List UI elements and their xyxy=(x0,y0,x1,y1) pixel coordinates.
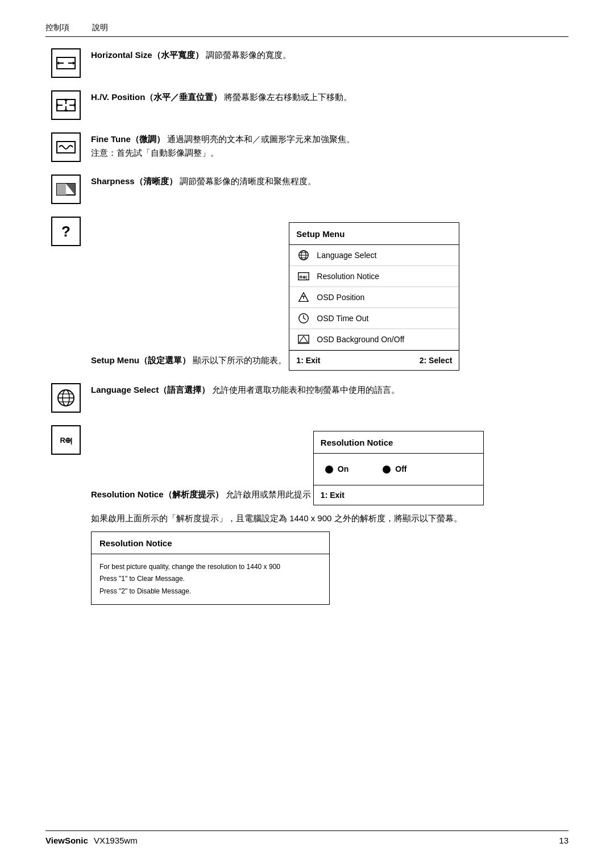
setup-menu-item-osd-time: OSD Time Out xyxy=(289,308,459,329)
entry-fine-tune: Fine Tune（微調） 通過調整明亮的文本和／或圖形字元來加強聚焦。 注意：… xyxy=(51,132,563,162)
footer-page: 13 xyxy=(559,836,569,845)
bullet-off xyxy=(383,466,391,474)
svg-rect-16 xyxy=(57,184,66,195)
resolution-notice2-line1: For best picture quality, change the res… xyxy=(99,561,321,574)
resolution-notice2-title: Resolution Notice xyxy=(92,532,329,554)
svg-text:R⊕|: R⊕| xyxy=(300,275,307,280)
header-col1: 控制項 xyxy=(45,23,69,33)
resolution-para: 如果啟用上面所示的「解析度提示」，且電腦設定為 1440 x 900 之外的解析… xyxy=(91,511,563,526)
entry-text-fine-tune: Fine Tune（微調） 通過調整明亮的文本和／或圖形字元來加強聚焦。 注意：… xyxy=(91,132,563,160)
entry-hv-position: H./V. Position（水平／垂直位置） 將螢幕影像左右移動或上下移動。 xyxy=(51,90,563,120)
setup-menu-box: Setup Menu Language Select xyxy=(289,222,459,371)
setup-menu-label-resolution: Resolution Notice xyxy=(317,270,379,283)
setup-menu-item-language: Language Select xyxy=(289,245,459,266)
setup-menu-item-osd-pos: OSD Position xyxy=(289,287,459,308)
svg-marker-32 xyxy=(300,337,308,343)
osd-pos-icon-small xyxy=(296,290,311,305)
svg-marker-17 xyxy=(66,184,75,195)
resolution-notice2-box: Resolution Notice For best picture quali… xyxy=(91,531,330,605)
setup-menu-footer: 1: Exit 2: Select xyxy=(289,350,459,370)
label-on: On xyxy=(338,463,349,475)
resolution-icon-small: R⊕| xyxy=(296,269,311,284)
entry-sharpness: Sharpness（清晰度） 調節螢幕影像的清晰度和聚焦程度。 xyxy=(51,175,563,204)
page-footer: ViewSonic VX1935wm 13 xyxy=(45,830,569,845)
setup-menu-exit: 1: Exit xyxy=(296,354,320,367)
h-size-icon xyxy=(56,53,76,73)
resolution-notice-box: Resolution Notice On Off 1: Exit xyxy=(313,431,484,505)
setup-menu-label-osd-time: OSD Time Out xyxy=(317,312,368,325)
icon-sharpness xyxy=(51,175,81,204)
setup-menu-label-osd-pos: OSD Position xyxy=(317,291,364,304)
entry-text-language-select: Language Select（語言選擇） 允許使用者選取功能表和控制螢幕中使用… xyxy=(91,383,563,397)
icon-language-select xyxy=(51,383,81,413)
entry-title: Setup Menu（設定選單） xyxy=(91,355,190,365)
entry-title: Sharpness（清晰度） xyxy=(91,176,177,186)
entry-title: Fine Tune（微調） xyxy=(91,134,165,144)
entry-title-resolution: Resolution Notice（解析度提示） xyxy=(91,490,223,500)
setup-menu-title: Setup Menu xyxy=(289,223,459,245)
resolution-notice2-line3: Press "2" to Disable Message. xyxy=(99,585,321,598)
table-header: 控制項 說明 xyxy=(45,23,569,37)
setup-menu-label-language: Language Select xyxy=(317,249,376,261)
fine-tune-icon xyxy=(56,137,76,157)
entry-title: H./V. Position（水平／垂直位置） xyxy=(91,92,222,102)
label-off: Off xyxy=(395,463,406,475)
resolution-notice2-line2: Press "1" to Clear Message. xyxy=(99,573,321,585)
resolution-option-on: On xyxy=(325,463,349,475)
setup-menu-label-osd-bg: OSD Background On/Off xyxy=(317,333,404,346)
header-col2: 說明 xyxy=(92,23,108,33)
resolution-options: On Off xyxy=(314,454,483,484)
svg-line-30 xyxy=(304,318,306,319)
entry-text-sharpness: Sharpness（清晰度） 調節螢幕影像的清晰度和聚焦程度。 xyxy=(91,175,563,188)
resolution-box-title: Resolution Notice xyxy=(314,431,483,454)
setup-menu-item-resolution: R⊕| Resolution Notice xyxy=(289,266,459,287)
entry-setup-menu: ? Setup Menu（設定選單） 顯示以下所示的功能表。 Setup Men… xyxy=(51,217,563,371)
entry-text-resolution-notice: Resolution Notice（解析度提示） 允許啟用或禁用此提示 Reso… xyxy=(91,425,563,605)
entry-title-language: Language Select（語言選擇） xyxy=(91,385,210,394)
entry-text-setup-menu: Setup Menu（設定選單） 顯示以下所示的功能表。 Setup Menu xyxy=(91,217,563,371)
resolution-option-off: Off xyxy=(383,463,406,475)
resolution-notice2-body: For best picture quality, change the res… xyxy=(92,554,329,605)
footer-brand: ViewSonic xyxy=(45,836,88,845)
sharpness-icon xyxy=(56,179,76,200)
entry-text-hv-position: H./V. Position（水平／垂直位置） 將螢幕影像左右移動或上下移動。 xyxy=(91,90,563,104)
footer-brand-model: ViewSonic VX1935wm xyxy=(45,836,138,845)
bullet-on xyxy=(325,466,333,474)
icon-resolution-notice: R⊕| xyxy=(51,425,81,455)
resolution-box-footer: 1: Exit xyxy=(314,485,483,505)
icon-setup-menu: ? xyxy=(51,217,81,246)
entry-title: Horizontal Size（水平寬度） xyxy=(91,50,204,60)
entry-resolution-notice: R⊕| Resolution Notice（解析度提示） 允許啟用或禁用此提示 … xyxy=(51,425,563,605)
icon-hv-position xyxy=(51,90,81,120)
setup-menu-select: 2: Select xyxy=(420,354,453,367)
content-area: Horizontal Size（水平寬度） 調節螢幕影像的寬度。 H./V. P… xyxy=(45,48,569,605)
setup-menu-item-osd-bg: OSD Background On/Off xyxy=(289,329,459,350)
hv-pos-icon xyxy=(56,95,76,115)
globe-icon-small xyxy=(296,248,311,263)
entry-language-select: Language Select（語言選擇） 允許使用者選取功能表和控制螢幕中使用… xyxy=(51,383,563,413)
globe-icon xyxy=(56,388,76,408)
icon-fine-tune xyxy=(51,132,81,162)
footer-model: VX1935wm xyxy=(94,836,138,845)
entry-text-horizontal-size: Horizontal Size（水平寬度） 調節螢幕影像的寬度。 xyxy=(91,48,563,62)
osd-time-icon-small xyxy=(296,311,311,326)
osd-bg-icon-small xyxy=(296,332,311,347)
entry-horizontal-size: Horizontal Size（水平寬度） 調節螢幕影像的寬度。 xyxy=(51,48,563,78)
icon-horizontal-size xyxy=(51,48,81,78)
